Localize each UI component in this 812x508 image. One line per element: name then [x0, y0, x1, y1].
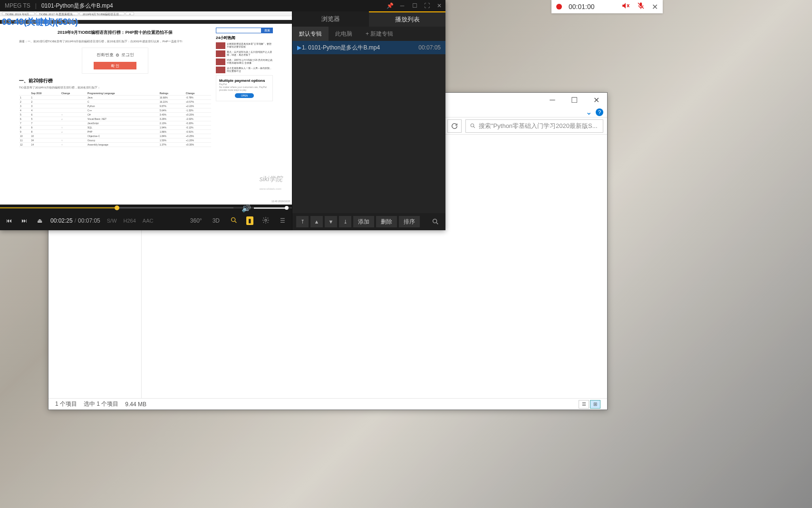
menu-button[interactable]: ☰	[278, 216, 287, 225]
move-down-button[interactable]: ▼	[325, 216, 337, 227]
playlist: ▶ 1. 0101-Python是多么牛B.mp4 00:07:05	[292, 41, 445, 213]
move-bottom-button[interactable]: ⤓	[339, 216, 351, 227]
watermark: siki学院 www.sikiedu.com	[260, 175, 282, 191]
explorer-statusbar: 1 个项目 选中 1 个项目 9.44 MB ☰ ⊞	[48, 398, 607, 410]
article-desc: 摘要：一、前20排行榜TIOBE发布了2019年9月份的编程语言排行榜，前20名…	[19, 39, 211, 44]
move-up-button[interactable]: ▲	[310, 216, 323, 227]
view-mode-buttons: ☰ ⊞	[579, 400, 600, 409]
media-player-window: MPEG TS | 0101-Python是多么牛B.mp4 📌 ─ ☐ ⛶ ✕…	[0, 0, 445, 230]
delete-button[interactable]: 删除	[376, 216, 397, 227]
recording-bar[interactable]: 00:01:00 ✕	[551, 0, 663, 13]
search-icon	[470, 123, 476, 129]
status-item-count: 1 个项目	[55, 400, 77, 408]
progress-thumb[interactable]	[115, 205, 119, 210]
explorer-search-input[interactable]: 搜索"Python零基础入门学习2020最新版S...	[465, 119, 603, 133]
explorer-maximize-button[interactable]: ☐	[563, 93, 585, 107]
ribbon-help-icon[interactable]: ?	[596, 108, 603, 116]
explorer-minimize-button[interactable]: ─	[541, 93, 563, 107]
rank-heading: 一、前20排行榜	[19, 78, 211, 84]
status-size: 9.44 MB	[125, 401, 146, 408]
3d-button[interactable]: 3D	[211, 216, 222, 225]
playlist-sidebar: 浏览器 播放列表 默认专辑 此电脑 + 新建专辑 ▶ 1. 0101-Pytho…	[292, 11, 445, 230]
minimize-button[interactable]: ─	[396, 0, 408, 11]
item-duration: 00:07:05	[418, 44, 441, 51]
player-titlebar[interactable]: MPEG TS | 0101-Python是多么牛B.mp4 📌 ─ ☐ ⛶ ✕	[0, 0, 445, 11]
playlist-item[interactable]: ▶ 1. 0101-Python是多么牛B.mp4 00:07:05	[292, 41, 445, 54]
subtab-default-album[interactable]: 默认专辑	[292, 27, 329, 41]
ribbon-chevron-icon[interactable]: ⌄	[586, 107, 592, 117]
mute-speaker-button[interactable]	[621, 1, 630, 12]
video-frame-content: TIOBE 2019 年9月... TIOBE 2017 年度搜索模块... 2…	[0, 11, 292, 205]
seek-overlay: 03:49(关键帧)(53%)	[2, 16, 78, 28]
eject-button[interactable]: ⏏	[35, 217, 44, 224]
search-placeholder: 搜索"Python零基础入门学习2020最新版S...	[479, 122, 598, 130]
playing-indicator-icon: ▶	[297, 44, 302, 51]
playlist-search-button[interactable]	[429, 216, 442, 227]
tab-browser[interactable]: 浏览器	[292, 11, 369, 27]
pin-button[interactable]: 📌	[384, 0, 396, 11]
svg-point-2	[265, 219, 267, 221]
settings-button[interactable]	[260, 215, 271, 226]
status-selected: 选中 1 个项目	[84, 400, 118, 408]
record-close-button[interactable]: ✕	[652, 2, 658, 11]
decoder-label[interactable]: S/W	[107, 218, 117, 224]
vcodec-label: H264	[124, 218, 136, 224]
next-button[interactable]: ⏭	[20, 217, 29, 224]
close-button[interactable]: ✕	[433, 0, 445, 11]
subtitle-search-button[interactable]	[228, 215, 240, 226]
vr-360-button[interactable]: 360°	[188, 216, 204, 225]
tab-playlist[interactable]: 播放列表	[369, 11, 445, 27]
sort-button[interactable]: 排序	[399, 216, 420, 227]
svg-point-1	[232, 217, 235, 221]
player-controls: ⏮ ⏭ ⏏ 00:02:25 / 00:07:05 S/W H264 AAC 3…	[0, 211, 292, 230]
add-button[interactable]: 添加	[353, 216, 374, 227]
record-time: 00:01:00	[569, 3, 615, 10]
time-total: 00:07:05	[78, 217, 100, 224]
svg-point-0	[471, 124, 474, 127]
time-current: 00:02:25	[50, 217, 73, 224]
ranking-table: Sep 2019ChangeProgramming LanguageRating…	[19, 91, 211, 147]
volume-control[interactable]: 🔊	[242, 205, 287, 211]
video-viewport[interactable]: TIOBE 2019 年9月... TIOBE 2017 年度搜索模块... 2…	[0, 11, 292, 205]
progress-bar[interactable]: 🔊	[0, 205, 292, 211]
item-name: 0101-Python是多么牛B.mp4	[308, 44, 380, 52]
refresh-button[interactable]	[447, 119, 462, 133]
progress-fill	[0, 207, 117, 208]
fullscreen-button[interactable]: ⛶	[421, 0, 433, 11]
move-top-button[interactable]: ⤒	[296, 216, 309, 227]
refresh-icon	[451, 122, 458, 130]
prev-button[interactable]: ⏮	[5, 217, 13, 224]
search-icon	[230, 216, 238, 224]
acodec-label: AAC	[143, 218, 154, 224]
subtab-new-album[interactable]: + 新建专辑	[359, 27, 400, 41]
svg-point-3	[433, 219, 437, 223]
record-indicator-icon	[556, 4, 562, 10]
maximize-button[interactable]: ☐	[408, 0, 421, 11]
view-icons-button[interactable]: ⊞	[590, 400, 600, 409]
volume-icon[interactable]: 🔊	[242, 204, 251, 213]
view-details-button[interactable]: ☰	[579, 400, 589, 409]
explorer-close-button[interactable]: ✕	[585, 93, 607, 107]
search-icon	[432, 218, 439, 225]
format-label: MPEG TS	[0, 2, 35, 9]
bookmark-button[interactable]: ▮	[246, 216, 253, 225]
gear-icon	[262, 216, 270, 224]
article-title: 2019年9月TIOBE编程语言排行榜：PHP前十的位置恐怕不保	[19, 28, 211, 38]
subtab-thispc[interactable]: 此电脑	[329, 27, 359, 41]
mute-mic-button[interactable]	[637, 1, 645, 12]
filename-label: 0101-Python是多么牛B.mp4	[37, 2, 118, 10]
